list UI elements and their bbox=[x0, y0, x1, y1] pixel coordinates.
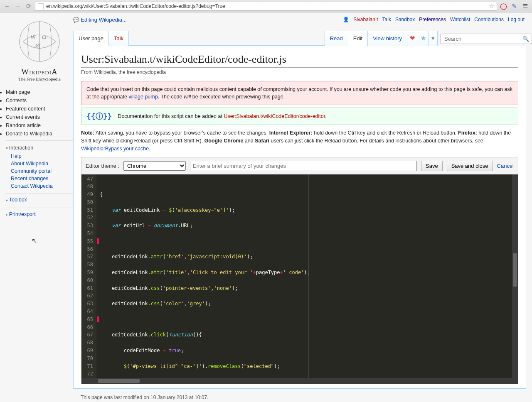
page-subtitle: From Wikipedia, the free encyclopedia bbox=[81, 69, 518, 75]
search-input[interactable] bbox=[441, 36, 520, 42]
sidebar-section-toolbox: Toolbox bbox=[6, 193, 73, 204]
personal-preferences[interactable]: Preferences bbox=[419, 17, 446, 22]
line-number-gutter: 4748495051525354555657585960616263646566… bbox=[81, 174, 96, 378]
heart-icon[interactable]: ❤ bbox=[407, 31, 418, 46]
sidebar-heading-printexport[interactable]: Print/export bbox=[6, 210, 73, 219]
editing-banner[interactable]: Editing Wikipedia... bbox=[73, 17, 127, 23]
sidebar-link-donate[interactable]: Donate to Wikipedia bbox=[6, 131, 52, 137]
print-margin bbox=[308, 174, 309, 378]
personal-logout[interactable]: Log out bbox=[508, 17, 525, 22]
page-icon bbox=[38, 3, 44, 9]
sidebar-section-interaction: Interaction Help About Wikipedia Communi… bbox=[6, 143, 73, 190]
svg-text:维: 维 bbox=[35, 43, 41, 49]
sidebar: WΩ维 WikipediA The Free Encyclopedia Main… bbox=[0, 12, 73, 402]
page-footer: This page was last modified on 10 Januar… bbox=[73, 389, 532, 400]
vertical-scrollbar[interactable] bbox=[512, 174, 518, 378]
theme-label: Editor theme : bbox=[86, 163, 119, 169]
extension-icon[interactable]: ✎ bbox=[510, 2, 519, 11]
main-content: User:Sivabalan.t/wikiCodeEditor/code-edi… bbox=[73, 46, 526, 389]
page-title: User:Sivabalan.t/wikiCodeEditor/code-edi… bbox=[81, 53, 518, 68]
editor-toolbar: Editor theme : Chrome Save Save and clos… bbox=[81, 157, 518, 174]
tab-edit[interactable]: Edit bbox=[348, 31, 368, 46]
mouse-cursor-icon: ↖ bbox=[32, 237, 37, 245]
browser-toolbar: ← → ⟳ en.wikipedia.org/wiki/User:Sivabal… bbox=[0, 0, 532, 12]
tab-dropdown-icon[interactable]: ▾ bbox=[429, 31, 438, 46]
cache-note: Note: After saving, you have to bypass y… bbox=[81, 129, 518, 152]
sidebar-main-nav: Main page Contents Featured content Curr… bbox=[6, 88, 73, 141]
sidebar-section-printexport: Print/export bbox=[6, 208, 73, 219]
menu-icon[interactable]: ☰ bbox=[520, 2, 530, 11]
village-pump-link[interactable]: village pump bbox=[128, 94, 158, 100]
watch-star-icon[interactable]: ★ bbox=[418, 31, 429, 46]
sidebar-link-featured[interactable]: Featured content bbox=[6, 106, 45, 112]
content-column: Editing Wikipedia... 👤 Sivabalan.t Talk … bbox=[73, 12, 532, 402]
tab-read[interactable]: Read bbox=[325, 31, 348, 46]
tab-view-history[interactable]: View history bbox=[367, 31, 407, 46]
save-close-button[interactable]: Save and close bbox=[447, 161, 493, 171]
reload-icon[interactable]: ⟳ bbox=[24, 2, 33, 11]
user-icon: 👤 bbox=[343, 17, 349, 22]
edit-summary-input[interactable] bbox=[190, 161, 417, 171]
personal-watchlist[interactable]: Watchlist bbox=[450, 17, 470, 22]
logo-tagline: The Free Encyclopedia bbox=[6, 76, 73, 81]
last-modified: This page was last modified on 10 Januar… bbox=[81, 395, 209, 400]
search-icon[interactable]: 🔍 bbox=[520, 36, 532, 42]
security-warning-box: Code that you insert on this page could … bbox=[81, 81, 518, 105]
personal-contributions[interactable]: Contributions bbox=[474, 17, 504, 22]
sidebar-link-help[interactable]: Help bbox=[11, 153, 22, 159]
wikipedia-logo[interactable]: WΩ维 WikipediA The Free Encyclopedia bbox=[6, 20, 73, 81]
adblock-icon[interactable]: ◯ bbox=[499, 2, 508, 11]
sidebar-link-contact[interactable]: Contact Wikipedia bbox=[11, 183, 53, 189]
sidebar-link-recent-changes[interactable]: Recent changes bbox=[11, 176, 48, 181]
theme-select[interactable]: Chrome bbox=[123, 161, 186, 171]
url-bar[interactable]: en.wikipedia.org/wiki/User:Sivabalan.t/w… bbox=[35, 2, 497, 11]
back-icon[interactable]: ← bbox=[2, 2, 12, 11]
cancel-link[interactable]: Cancel bbox=[497, 163, 514, 169]
horizontal-scrollbar[interactable] bbox=[81, 378, 518, 384]
tab-user-page[interactable]: User page bbox=[73, 31, 109, 46]
sidebar-link-about[interactable]: About Wikipedia bbox=[11, 161, 48, 167]
sidebar-heading-interaction[interactable]: Interaction bbox=[6, 143, 73, 152]
personal-sandbox[interactable]: Sandbox bbox=[395, 17, 415, 22]
sidebar-link-current-events[interactable]: Current events bbox=[6, 114, 40, 120]
url-text: en.wikipedia.org/wiki/User:Sivabalan.t/w… bbox=[46, 3, 486, 9]
code-body[interactable]: { var editCodeLink = $('a[accesskey="e"]… bbox=[96, 174, 512, 378]
sidebar-link-random[interactable]: Random article bbox=[6, 123, 41, 128]
globe-icon: WΩ维 bbox=[15, 20, 64, 66]
code-editor[interactable]: 4748495051525354555657585960616263646566… bbox=[81, 174, 518, 378]
sidebar-link-community[interactable]: Community portal bbox=[11, 168, 52, 174]
personal-links: 👤 Sivabalan.t Talk Sandbox Preferences W… bbox=[343, 17, 525, 22]
sidebar-heading-toolbox[interactable]: Toolbox bbox=[6, 195, 73, 204]
svg-text:Ω: Ω bbox=[42, 34, 46, 40]
doc-link[interactable]: User:Sivabalan.t/wikiCodeEditor/code-edi… bbox=[224, 113, 325, 119]
forward-icon[interactable]: → bbox=[13, 2, 22, 11]
bypass-cache-link[interactable]: Wikipedia:Bypass your cache bbox=[81, 146, 149, 152]
search-box: 🔍 bbox=[441, 34, 532, 44]
page-tabs: User page Talk Read Edit View history ❤ … bbox=[73, 31, 532, 46]
bookmark-star-icon[interactable]: ☆ bbox=[489, 2, 494, 10]
tab-talk[interactable]: Talk bbox=[108, 31, 129, 46]
template-icon: {{ⓘ}} bbox=[86, 111, 112, 121]
logo-wordmark: WikipediA bbox=[6, 67, 73, 76]
sidebar-link-main-page[interactable]: Main page bbox=[6, 89, 30, 95]
sidebar-link-contents[interactable]: Contents bbox=[6, 98, 27, 103]
svg-text:W: W bbox=[30, 34, 36, 40]
documentation-box: {{ⓘ}} Documentation for this script can … bbox=[81, 108, 518, 125]
personal-talk[interactable]: Talk bbox=[382, 17, 391, 22]
user-link[interactable]: Sivabalan.t bbox=[353, 17, 378, 22]
editor-wrap: Editor theme : Chrome Save Save and clos… bbox=[81, 157, 518, 384]
save-button[interactable]: Save bbox=[421, 161, 443, 171]
